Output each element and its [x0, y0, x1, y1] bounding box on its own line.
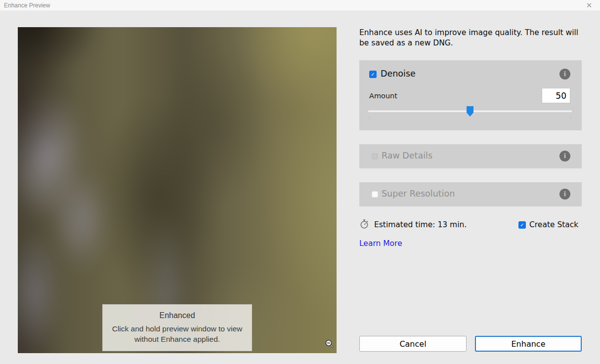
slider-tick-min: [369, 116, 370, 119]
preview-image[interactable]: Enhanced Click and hold preview window t…: [18, 27, 337, 353]
super-resolution-info-icon[interactable]: i: [559, 189, 570, 200]
raw-details-checkbox[interactable]: ✓: [372, 153, 378, 160]
stopwatch-icon: [359, 219, 370, 229]
create-stack-checkbox[interactable]: ✓: [518, 221, 526, 229]
amount-slider[interactable]: [368, 106, 572, 119]
slider-thumb[interactable]: [467, 106, 473, 117]
create-stack-label[interactable]: Create Stack: [529, 220, 578, 229]
close-icon[interactable]: ✕: [583, 0, 595, 10]
super-resolution-section: Super Resolution i: [359, 182, 582, 206]
slider-tick-max: [570, 116, 571, 119]
dialog-description: Enhance uses AI to improve image quality…: [359, 28, 583, 48]
zoom-out-magnifier-icon: [324, 339, 335, 350]
enhance-preview-dialog: Enhance Preview ✕ Enhanced Click and hol…: [0, 0, 600, 364]
overlay-instruction-line1: Click and hold preview window to view: [103, 324, 252, 333]
amount-label: Amount: [369, 92, 397, 100]
titlebar: Enhance Preview ✕: [0, 0, 600, 11]
cancel-button[interactable]: Cancel: [359, 336, 467, 352]
raw-details-section: ✓ Raw Details i: [359, 144, 582, 168]
denoise-checkbox[interactable]: ✓: [369, 71, 377, 78]
denoise-section: ✓ Denoise i Amount: [359, 60, 582, 130]
estimated-time-text: Estimated time: 13 min.: [374, 220, 467, 229]
overlay-title: Enhanced: [103, 311, 252, 320]
window-title: Enhance Preview: [4, 2, 50, 9]
raw-details-label: Raw Details: [382, 151, 432, 161]
denoise-label[interactable]: Denoise: [381, 69, 416, 79]
amount-input[interactable]: [542, 88, 570, 103]
raw-details-info-icon[interactable]: i: [559, 151, 570, 162]
preview-overlay: Enhanced Click and hold preview window t…: [102, 304, 252, 351]
denoise-info-icon[interactable]: i: [559, 69, 570, 80]
learn-more-link[interactable]: Learn More: [359, 239, 402, 248]
super-resolution-label: Super Resolution: [382, 189, 455, 199]
super-resolution-checkbox[interactable]: [372, 191, 378, 198]
enhance-button[interactable]: Enhance: [475, 336, 582, 352]
overlay-instruction-line2: without Enhance applied.: [103, 335, 252, 344]
